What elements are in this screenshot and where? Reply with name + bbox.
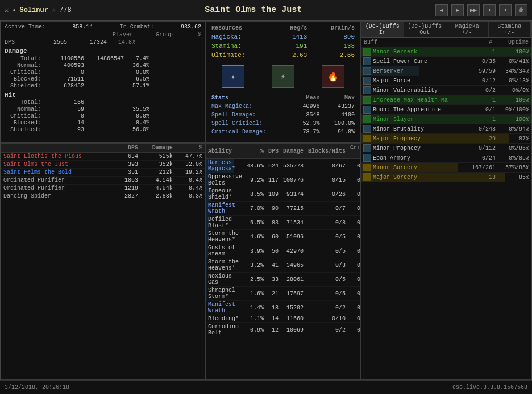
buff-col-count: # (463, 39, 494, 45)
status-bar: 3/12/2018, 20:26:18 eso.live.3.3.8.15675… (0, 380, 532, 394)
buff-icon (363, 106, 371, 114)
tab-magicka[interactable]: Magicka+/- (446, 22, 489, 37)
damage-row-player: 0 (44, 69, 84, 76)
buff-icon (363, 115, 371, 123)
hit-row-pct: 56.0% (124, 127, 149, 133)
ability-name: Gusts of Steam (208, 245, 235, 257)
buff-uptime: 100% (498, 49, 529, 55)
buff-uptime: 100% (498, 97, 529, 103)
col-headers: Player Group % (5, 32, 201, 38)
stat-max: 91.0% (322, 128, 357, 136)
ability-bar (206, 258, 207, 272)
ability-damage: 42970 (281, 244, 306, 258)
ability-damage: 17697 (281, 287, 306, 301)
ability-row: Storm the Heavens*3.2%41349650/30%116551… (206, 258, 360, 273)
stat-label: Spell Damage: (209, 111, 292, 119)
ability-name: Defiled Blast* (208, 216, 232, 229)
player-name: Ordinated Purifier (1, 185, 115, 192)
ability-damage: 535278 (281, 159, 306, 173)
tab-debuffs-out[interactable]: (De-)BuffsOut (404, 22, 447, 37)
hit-row-label: Normal: (5, 106, 44, 112)
ability-dps: 83 (266, 216, 281, 230)
ability-damage: 71534 (281, 216, 306, 230)
hit-title: Hit (5, 91, 201, 98)
save-button[interactable]: ⬇ (483, 4, 496, 16)
ability-damage: 11660 (281, 315, 306, 323)
buff-col-name: Buff (364, 39, 463, 45)
ability-crit: 0% (348, 230, 360, 244)
ability-name-cell: Harness Magicka* (206, 159, 244, 173)
buff-uptime: 100% (498, 116, 529, 123)
hit-row-player: 0 (44, 113, 84, 119)
buff-count: 1 (469, 116, 498, 123)
tab-stamina[interactable]: Stamina+/- (489, 22, 531, 37)
stat-mean: 40996 (292, 102, 322, 111)
ability-crit: 0% (348, 202, 360, 216)
damage-row: Shielded:62845257.1% (5, 83, 201, 89)
ability-name: Bleeding* (208, 316, 239, 322)
skip-button[interactable]: ▶▶ (467, 4, 480, 16)
abilities-table-scroll: Ability % DPS Damage Blocks/Hits Crit % … (206, 144, 360, 379)
ability-icons-row: ✦ ⚡ 🔥 (206, 62, 360, 91)
ability-dps: 117 (266, 173, 281, 187)
stat-max: 4100 (322, 111, 357, 119)
resource-row: Ultimate:2.632.66 (209, 51, 357, 60)
buff-name: Spell Power Cure (373, 58, 469, 65)
stats-panel: Active Time: 858.14 In Combat: 933.62 Pl… (1, 21, 205, 143)
ability-damage: 10069 (281, 323, 306, 337)
delete-button[interactable]: 🗑 (515, 4, 527, 16)
buff-icon (363, 144, 371, 152)
buff-icon (363, 48, 371, 56)
ability-name: Manifest Wrath (208, 301, 235, 314)
ability-name-cell: Oppressive Bolts (206, 173, 244, 187)
stats-inner: Active Time: 858.14 In Combat: 933.62 Pl… (1, 22, 205, 136)
player-damage: 212k (140, 169, 175, 177)
buff-icon (363, 173, 371, 181)
player-row: Ordinated Purifier12194.54k0.4% (1, 185, 205, 192)
resources-panel: Resources Reg/s Drain/s Magicka:1413890S… (205, 21, 361, 143)
hit-row-player: 14 (44, 120, 84, 126)
ability-dps: 12 (266, 323, 281, 337)
buffs-panel: (De-)BuffsIn (De-)BuffsOut Magicka+/- St… (361, 21, 531, 380)
players-table-scroll: DPS Damage % Saint Llothis the Pious6345… (1, 144, 205, 379)
buff-icon (363, 67, 371, 75)
ability-dps: 90 (266, 202, 281, 216)
buff-name: Minor Berserk (373, 49, 469, 55)
hit-row-player: 166 (44, 99, 84, 106)
buff-name: Minor Slayer (373, 116, 469, 123)
prev-button[interactable]: ◀ (435, 4, 448, 16)
hit-rows: Total:166Normal:5935.5%Critical:00.0%Blo… (5, 99, 201, 133)
player-dps: 1219 (115, 185, 140, 192)
resources-header: Resources (209, 24, 273, 32)
buff-uptime: 85% (498, 174, 529, 181)
buff-item: Increase Max Health Ma1100% (361, 95, 531, 105)
resource-drain: 2.66 (309, 51, 357, 60)
export-button[interactable]: ⬇ (499, 4, 512, 16)
ability-dps: 60 (266, 230, 281, 244)
ability-dps: 624 (266, 159, 281, 173)
hit-row-label: Critical: (5, 113, 44, 119)
resource-name: Stamina: (209, 41, 273, 51)
player-level: 778 (59, 6, 72, 14)
buff-item: Major Sorcery1885% (361, 173, 531, 182)
stats-section: Stats Mean Max Max Magicka:4099643237Spe… (206, 91, 360, 139)
buff-name: Berserker (373, 68, 469, 74)
tab-debuffs-in[interactable]: (De-)BuffsIn (361, 22, 404, 37)
ability-bar (206, 315, 206, 322)
ability-name-cell: Manifest Wrath (206, 301, 244, 315)
resource-name: Magicka: (209, 32, 273, 41)
ability-pct: 3.2% (244, 258, 266, 273)
ability-bh: 0/2 (306, 323, 348, 337)
buff-item: Minor Berserk1100% (361, 47, 531, 57)
stat-max: 100.0% (322, 119, 357, 128)
ability-crit: 0% (348, 287, 360, 301)
damage-row-player: 628452 (44, 83, 84, 89)
ability-dps: 41 (266, 258, 281, 273)
next-button[interactable]: ▶ (451, 4, 464, 16)
ability-dps: 33 (266, 273, 281, 287)
ability-damage: 34965 (281, 258, 306, 273)
ability-bh: 0/10 (306, 315, 348, 323)
hit-row-pct: 35.5% (124, 106, 149, 112)
buff-count: 0/1 (469, 107, 498, 113)
stat-mean: 78.7% (292, 128, 322, 136)
